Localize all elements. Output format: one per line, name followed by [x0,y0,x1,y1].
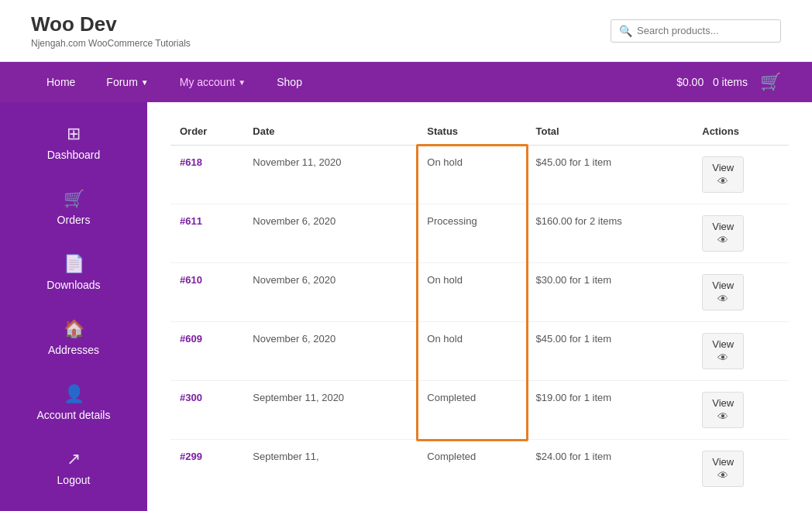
table-row: #300 September 11, 2020 Completed $19.00… [170,381,789,440]
site-subtitle: Njengah.com WooCommerce Tutorials [31,38,191,49]
order-total-cell: $45.00 for 1 item [527,146,693,204]
order-date-cell: November 6, 2020 [243,263,418,322]
sidebar-item-account-details[interactable]: 👤 Account details [0,370,147,435]
view-label: View [712,456,734,468]
view-button[interactable]: View 👁 [702,392,744,428]
order-status-cell: Processing [418,204,526,263]
forum-chevron-icon: ▼ [141,78,149,87]
sidebar-label-logout: Logout [57,474,91,486]
search-icon: 🔍 [619,25,632,37]
order-link[interactable]: #299 [180,451,202,462]
content-area: Order Date Status Total Actions #618 Nov… [147,102,812,511]
nav-left: Home Forum ▼ My account ▼ Shop [31,62,318,102]
sidebar-label-orders: Orders [57,214,91,226]
order-actions-cell: View 👁 [693,263,789,322]
order-status-cell: On hold [418,146,526,204]
order-total-cell: $30.00 for 1 item [527,263,693,322]
sidebar-item-downloads[interactable]: 📄 Downloads [0,240,147,305]
order-number-cell: #300 [170,381,243,440]
nav-bar: Home Forum ▼ My account ▼ Shop $0.00 0 i… [0,62,812,102]
order-date-cell: November 6, 2020 [243,204,418,263]
nav-label-forum: Forum [106,76,137,88]
order-number-cell: #299 [170,440,243,499]
sidebar-label-account-details: Account details [37,409,111,421]
order-number-cell: #611 [170,204,243,263]
eye-icon: 👁 [717,293,728,305]
col-header-status: Status [418,118,526,146]
site-title: Woo Dev [31,12,191,36]
downloads-icon: 📄 [64,254,84,274]
sidebar-label-addresses: Addresses [48,344,99,356]
myaccount-chevron-icon: ▼ [238,78,246,87]
orders-table: Order Date Status Total Actions #618 Nov… [170,118,789,498]
nav-right: $0.00 0 items 🛒 [676,72,781,92]
addresses-icon: 🏠 [64,319,84,339]
view-label: View [712,397,734,409]
nav-label-myaccount: My account [180,76,236,88]
order-total-cell: $160.00 for 2 items [527,204,693,263]
order-date-cell: September 11, [243,440,418,499]
sidebar-item-orders[interactable]: 🛒 Orders [0,175,147,240]
order-actions-cell: View 👁 [693,204,789,263]
cart-icon[interactable]: 🛒 [760,72,781,92]
view-button[interactable]: View 👁 [702,156,744,193]
view-button[interactable]: View 👁 [702,215,744,252]
nav-label-shop: Shop [277,76,302,88]
search-input[interactable] [637,25,772,36]
table-row: #610 November 6, 2020 On hold $30.00 for… [170,263,789,322]
col-header-actions: Actions [693,118,789,146]
order-actions-cell: View 👁 [693,381,789,440]
sidebar-label-downloads: Downloads [46,279,100,291]
order-date-cell: November 11, 2020 [243,146,418,204]
eye-icon: 👁 [717,410,728,423]
sidebar-label-dashboard: Dashboard [47,149,101,161]
search-box[interactable]: 🔍 [611,19,781,43]
nav-item-myaccount[interactable]: My account ▼ [164,62,262,102]
order-total-cell: $24.00 for 1 item [527,440,693,499]
sidebar: ⊞ Dashboard 🛒 Orders 📄 Downloads 🏠 Addre… [0,102,147,511]
eye-icon: 👁 [717,175,728,187]
nav-item-shop[interactable]: Shop [261,62,318,102]
order-total-cell: $19.00 for 1 item [527,381,693,440]
nav-label-home: Home [46,76,75,88]
sidebar-item-dashboard[interactable]: ⊞ Dashboard [0,110,147,175]
order-status-cell: Completed [418,440,526,499]
view-button[interactable]: View 👁 [702,274,744,310]
view-label: View [712,162,734,173]
eye-icon: 👁 [717,234,728,246]
order-actions-cell: View 👁 [693,146,789,204]
order-number-cell: #610 [170,263,243,322]
order-actions-cell: View 👁 [693,440,789,499]
order-link[interactable]: #618 [180,156,202,168]
order-status-cell: On hold [418,263,526,322]
table-row: #609 November 6, 2020 On hold $45.00 for… [170,322,789,381]
dashboard-icon: ⊞ [67,124,81,144]
logo-block: Woo Dev Njengah.com WooCommerce Tutorial… [31,12,191,49]
order-link[interactable]: #300 [180,392,202,403]
order-link[interactable]: #609 [180,333,202,345]
orders-icon: 🛒 [64,189,84,209]
order-actions-cell: View 👁 [693,322,789,381]
sidebar-item-logout[interactable]: ↗ Logout [0,435,147,500]
nav-item-home[interactable]: Home [31,62,91,102]
view-button[interactable]: View 👁 [702,451,744,487]
view-label: View [712,338,734,350]
order-status-cell: On hold [418,322,526,381]
col-header-date: Date [243,118,418,146]
order-status-cell: Completed [418,381,526,440]
table-container: Order Date Status Total Actions #618 Nov… [170,118,789,498]
eye-icon: 👁 [717,352,728,364]
table-row: #299 September 11, Completed $24.00 for … [170,440,789,499]
view-label: View [712,221,734,232]
view-label: View [712,280,734,291]
order-total-cell: $45.00 for 1 item [527,322,693,381]
sidebar-item-addresses[interactable]: 🏠 Addresses [0,305,147,370]
view-button[interactable]: View 👁 [702,333,744,369]
nav-item-forum[interactable]: Forum ▼ [91,62,163,102]
order-date-cell: November 6, 2020 [243,322,418,381]
site-header: Woo Dev Njengah.com WooCommerce Tutorial… [0,0,812,62]
order-link[interactable]: #610 [180,274,202,286]
logout-icon: ↗ [67,449,81,469]
order-number-cell: #609 [170,322,243,381]
order-link[interactable]: #611 [180,215,202,227]
